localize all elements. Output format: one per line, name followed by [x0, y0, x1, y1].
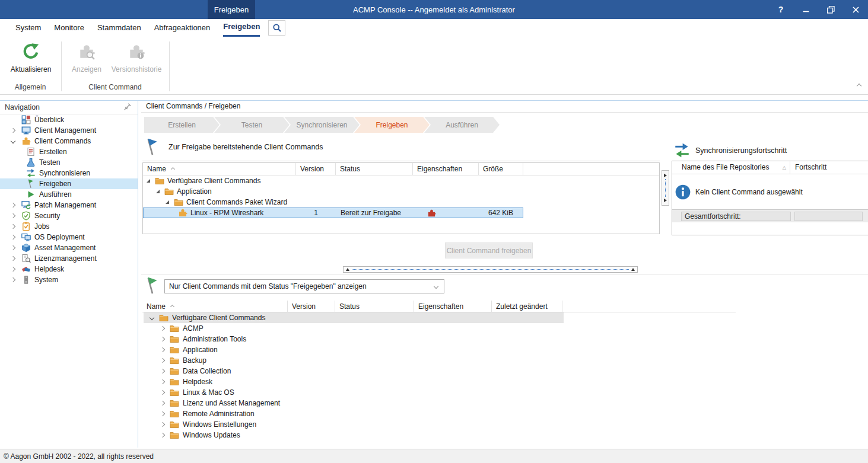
menu-item-freigeben[interactable]: Freigeben — [223, 19, 260, 37]
lower-section-header — [146, 276, 159, 295]
chevron-right-icon — [11, 245, 15, 250]
versionshistorie-button[interactable]: Versionshistorie — [108, 41, 165, 78]
sidebar-item-helpdesk[interactable]: Helpdesk — [0, 264, 138, 274]
column-header-eigenschaften[interactable]: Eigenschaften — [413, 163, 479, 175]
expanded-node-icon[interactable] — [166, 200, 169, 204]
arrow-up-icon[interactable] — [631, 268, 635, 271]
tree-row-linux-rpm-wireshark[interactable]: Linux - RPM Wireshark 1 Bereit zur Freig… — [143, 207, 523, 218]
tree-row-administration-tools[interactable]: Administration Tools — [142, 334, 564, 344]
tree-row-remote-administration[interactable]: Remote Administration — [142, 408, 564, 419]
navigation-header: Navigation — [0, 101, 138, 114]
column-header-zuletzt-geaendert[interactable]: Zuletzt geändert — [492, 301, 562, 312]
clipboard-icon — [21, 222, 31, 231]
sidebar-item-system[interactable]: System — [0, 274, 138, 285]
sidebar-item-jobs[interactable]: Jobs — [0, 221, 138, 232]
restore-button[interactable] — [818, 0, 843, 19]
help-button[interactable]: ? — [768, 0, 793, 19]
column-header-status[interactable]: Status — [336, 163, 413, 175]
eigenschaften-cell — [413, 208, 479, 218]
column-header-name[interactable]: Name — [142, 301, 288, 312]
tree-row-client-commands-paket-wizard[interactable]: Client Commands Paket Wizard — [143, 197, 523, 207]
tree-row-helpdesk[interactable]: Helpdesk — [142, 376, 564, 387]
upper-section-title: Zur Freigabe bereitstehende Client Comma… — [146, 138, 323, 157]
chevron-right-icon[interactable] — [160, 411, 165, 416]
sidebar-item-security[interactable]: Security — [0, 210, 138, 221]
chevron-right-icon[interactable] — [160, 326, 165, 331]
tree-row-windows-einstellungen[interactable]: Windows Einstellungen — [142, 419, 564, 430]
wizard-step-ausfuehren[interactable]: Ausführen — [424, 117, 500, 133]
sidebar-item-client-management[interactable]: Client Management — [0, 125, 138, 136]
sidebar-item-client-commands[interactable]: Client Commands — [0, 136, 138, 146]
tree-row-backup[interactable]: Backup — [142, 355, 564, 366]
tree-row-verfuegbare-client-commands[interactable]: Verfügbare Client Commands — [144, 312, 564, 323]
sidebar-item-freigeben[interactable]: Freigeben — [0, 178, 138, 189]
column-header-eigenschaften[interactable]: Eigenschaften — [414, 301, 492, 312]
arrow-up-icon[interactable] — [346, 268, 349, 271]
sidebar-item-erstellen[interactable]: Erstellen — [0, 146, 138, 157]
arrow-right-icon[interactable] — [664, 199, 667, 202]
chevron-right-icon[interactable] — [160, 379, 165, 384]
chevron-right-icon[interactable] — [160, 401, 165, 405]
column-header-version[interactable]: Version — [296, 163, 336, 175]
tree-row-verfuegbare-client-commands[interactable]: Verfügbare Client Commands — [143, 175, 523, 186]
column-header-status[interactable]: Status — [335, 301, 414, 312]
wizard-step-testen[interactable]: Testen — [214, 117, 290, 133]
lower-table: Name Version Status Eigenschaften Zuletz… — [142, 301, 736, 440]
release-client-command-button[interactable]: Client Command freigeben — [445, 242, 533, 258]
wizard-step-freigeben[interactable]: Freigeben — [354, 117, 430, 133]
column-header-name[interactable]: Name — [143, 163, 296, 175]
column-header-groesse[interactable]: Größe — [479, 163, 523, 175]
chevron-right-icon[interactable] — [160, 433, 165, 438]
menu-item-stammdaten[interactable]: Stammdaten — [97, 19, 141, 37]
column-header-file-repository[interactable]: Name des File Repositories △ — [672, 161, 790, 174]
folder-icon — [170, 388, 179, 397]
sidebar-item-lizenzmanagement[interactable]: Lizenzmanagement — [0, 253, 138, 264]
chevron-right-icon[interactable] — [160, 390, 165, 395]
wizard-step-erstellen[interactable]: Erstellen — [144, 117, 220, 133]
search-button[interactable] — [268, 20, 285, 36]
arrow-right-icon[interactable] — [664, 174, 667, 177]
tree-row-linux-mac-os[interactable]: Linux & Mac OS — [142, 387, 564, 398]
menu-item-monitore[interactable]: Monitore — [54, 19, 84, 37]
minimize-button[interactable] — [793, 0, 818, 19]
ribbon-collapse-button[interactable] — [857, 81, 861, 90]
column-header-fortschritt[interactable]: Fortschritt — [790, 161, 868, 174]
chevron-right-icon[interactable] — [160, 422, 165, 427]
folder-icon — [159, 313, 168, 322]
expanded-node-icon[interactable] — [156, 190, 160, 193]
sort-asc-icon — [170, 305, 174, 309]
chevron-right-icon[interactable] — [160, 337, 165, 341]
titlebar-tab-freigeben[interactable]: Freigeben — [208, 0, 255, 19]
wizard-step-synchronisieren[interactable]: Synchronisieren — [284, 117, 360, 133]
panel-collapse-splitter[interactable] — [662, 170, 669, 206]
chevron-right-icon[interactable] — [160, 369, 165, 373]
tree-row-application[interactable]: Application — [142, 344, 564, 355]
anzeigen-button[interactable]: Anzeigen — [66, 41, 107, 78]
sidebar-item-os-deployment[interactable]: OS Deployment — [0, 232, 138, 242]
expanded-node-icon[interactable] — [147, 179, 150, 183]
chevron-right-icon[interactable] — [160, 347, 165, 352]
tree-row-application[interactable]: Application — [143, 186, 523, 197]
sidebar-item-asset-management[interactable]: Asset Management — [0, 242, 138, 253]
tree-row-data-collection[interactable]: Data Collection — [142, 366, 564, 376]
chevron-down-icon[interactable] — [150, 315, 154, 320]
pin-button[interactable] — [123, 103, 132, 113]
tree-row-acmp[interactable]: ACMP — [142, 323, 564, 334]
menu-item-abfrageaktionen[interactable]: Abfrageaktionen — [154, 19, 211, 37]
sidebar-item-ueberblick[interactable]: Überblick — [0, 114, 138, 125]
chevron-right-icon[interactable] — [160, 358, 165, 363]
tree-row-windows-updates[interactable]: Windows Updates — [142, 430, 564, 440]
sidebar-item-ausfuehren[interactable]: Ausführen — [0, 189, 138, 200]
overview-icon — [21, 115, 31, 124]
horizontal-splitter[interactable] — [343, 266, 638, 273]
tree-row-lizenz-und-asset-management[interactable]: Lizenz und Asset Management — [142, 398, 564, 408]
sidebar-item-testen[interactable]: Testen — [0, 157, 138, 168]
menu-item-system[interactable]: System — [15, 19, 41, 37]
column-header-version[interactable]: Version — [288, 301, 335, 312]
status-filter-dropdown[interactable]: Nur Client Commands mit dem Status "Frei… — [164, 279, 444, 293]
window-controls: ? — [768, 0, 868, 19]
sidebar-item-patch-management[interactable]: Patch Management — [0, 200, 138, 210]
close-button[interactable] — [843, 0, 868, 19]
sidebar-item-synchronisieren[interactable]: Synchronisieren — [0, 168, 138, 178]
refresh-button[interactable]: Aktualisieren — [5, 41, 57, 78]
